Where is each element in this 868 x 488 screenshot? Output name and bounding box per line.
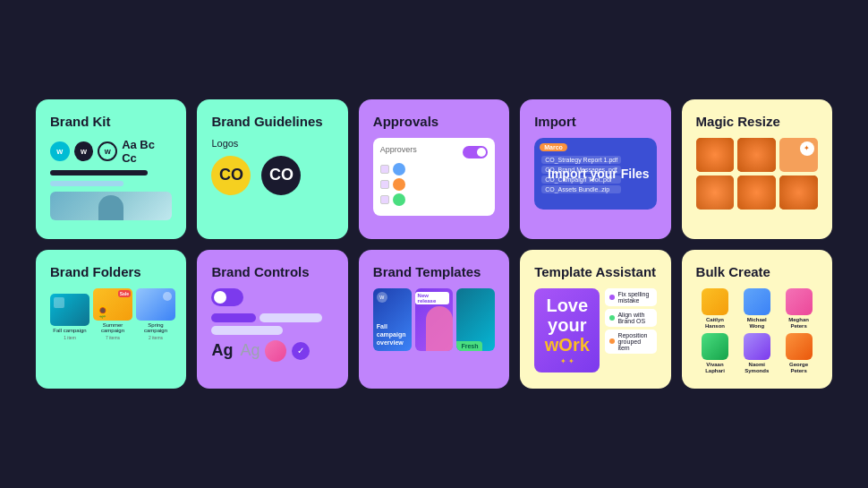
magic-cell-1 [696,138,735,172]
check-3 [380,195,389,204]
brand-controls-bottom: Ag Ag ✓ [211,340,333,362]
bulk-name-george: GeorgePeters [789,362,808,374]
brand-kit-content: w w w Aa Bc Cc [50,138,172,220]
approval-item-2 [380,178,488,191]
bulk-person-4: VivaanLaphari [696,333,735,374]
brand-controls-avatar [265,340,286,362]
bulk-create-card[interactable]: Bulk Create CaitlynHanson MichaelWong Me… [682,250,832,390]
bulk-name-michael: MichaelWong [747,317,767,330]
avatar-2 [393,178,405,191]
brand-kit-photo [50,192,172,220]
star-1: ✦ [560,357,566,365]
avatar-3 [393,193,405,206]
folder-label-1: Fall campaign [53,328,86,333]
magic-resize-grid: ✦ [696,138,818,210]
bt-fall-text: Fall campaign overview [377,322,412,347]
magic-cell-3: ✦ [779,138,818,172]
brand-kit-card[interactable]: Brand Kit w w w Aa Bc Cc [36,99,186,239]
brand-templates-title: Brand Templates [373,264,495,279]
brand-controls-card[interactable]: Brand Controls Ag Ag ✓ [197,250,347,390]
brand-templates-card[interactable]: Brand Templates w Fall campaign overview… [359,250,509,390]
brand-controls-title: Brand Controls [211,264,333,279]
magic-cell-4 [696,176,735,210]
color-bar-dark [50,170,148,176]
bulk-person-6: GeorgePeters [779,333,818,374]
bar-light-1 [260,313,322,322]
logo-circle-outline: w [98,141,117,161]
ag-light: Ag [240,341,260,360]
bulk-person-1: CaitlynHanson [696,288,735,330]
person-silhouette [98,195,123,220]
approvals-toggle[interactable] [463,146,488,158]
bar-row-2 [211,326,333,335]
folder-dot [163,292,172,301]
ta-stars: ✦ ✦ [545,357,590,365]
main-container: Brand Kit w w w Aa Bc Cc [18,81,850,407]
folder-label-2: Summer campaign [93,322,132,333]
folder-label-3: Spring campaign [136,322,175,333]
bulk-avatar-caitlyn [702,288,728,315]
brand-controls-toggle[interactable] [211,288,243,306]
folder-thumb-spring [136,288,175,321]
magic-cell-6 [779,176,818,210]
brand-templates-cards: w Fall campaign overview New release Fre… [373,288,495,351]
sunflower-icon: 🌻 [95,304,110,319]
bulk-create-title: Bulk Create [696,264,818,279]
feature-grid: Brand Kit w w w Aa Bc Cc [36,99,832,390]
sale-badge: Sale [118,290,131,297]
bulk-name-naomi: NaomiSymonds [745,362,769,374]
flower-4 [737,176,776,210]
ta-suggestion-3: Reposition grouped item [605,330,656,354]
file-4: CO_Assets Bundle..zip [541,185,621,193]
folder-item-1: Fall campaign 1 item [50,294,89,340]
bulk-avatar-george [786,333,813,360]
avatar-1 [393,163,405,176]
person-silhouette-bt [426,306,453,351]
bar-filled-1 [211,313,256,322]
ag-bold: Ag [211,341,233,360]
brand-folders-title: Brand Folders [50,264,172,279]
import-text: Import your Files [548,166,650,181]
folder-count-3: 2 items [149,335,163,340]
brand-folders-card[interactable]: Brand Folders Fall campaign 1 item Sale … [36,250,186,390]
approvals-card[interactable]: Approvals Approvers [359,99,509,239]
logo-circle-dark: w [74,141,94,161]
magic-resize-card[interactable]: Magic Resize ✦ [682,99,832,239]
bulk-name-caitlyn: CaitlynHanson [705,317,725,330]
brand-controls-check: ✓ [292,342,310,360]
template-assistant-card[interactable]: Template Assistant Love your wOrk [520,250,670,390]
bar-light-2 [211,326,283,335]
ta-love-text-block: Love your wOrk ✦ ✦ [545,295,590,365]
import-visual: Marco CO_Strategy Report 1.pdf CO_Brand … [534,138,656,210]
bulk-person-3: MeghanPeters [779,288,818,330]
bulk-name-meghan: MeghanPeters [788,317,809,330]
folder-item-2: Sale 🌻 Summer campaign 7 items [93,288,132,340]
color-bar-light [50,181,123,186]
folder-count-1: 1 item [64,335,76,340]
approvals-header-row: Approvers [380,145,488,159]
approvers-label: Approvers [380,145,417,154]
star-2: ✦ [568,357,574,365]
check-1 [380,165,389,174]
approval-item-1 [380,163,488,176]
magic-resize-title: Magic Resize [696,114,818,129]
brand-kit-typeface: Aa Bc Cc [122,138,172,165]
brand-kit-title: Brand Kit [50,114,172,129]
magic-cell-2 [737,138,776,172]
dot-1 [609,295,615,300]
ta-suggestion-1: Fix spelling mistake [605,288,656,306]
approvals-box: Approvers [373,138,495,216]
brand-kit-logos: w w w Aa Bc Cc [50,138,172,165]
logo-circle-teal: w [50,141,70,161]
bar-row-1 [211,313,333,322]
bulk-person-5: NaomiSymonds [737,333,776,374]
folder-item-3: Spring campaign 2 items [136,288,175,340]
import-card[interactable]: Import Marco CO_Strategy Report 1.pdf CO… [520,99,670,239]
bulk-avatar-vivaan [702,333,728,360]
ta-love-line1: Love [545,295,590,315]
bulk-avatar-meghan [786,288,813,315]
dot-3 [609,338,615,344]
bt-card-fall: w Fall campaign overview [373,288,412,351]
brand-guidelines-card[interactable]: Brand Guidelines Logos CO CO [197,99,347,239]
bulk-avatars-grid: CaitlynHanson MichaelWong MeghanPeters V… [696,288,818,375]
